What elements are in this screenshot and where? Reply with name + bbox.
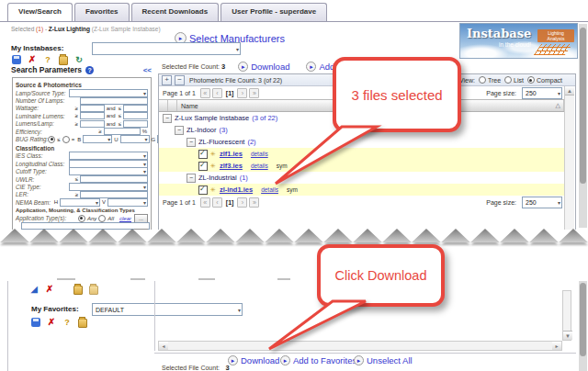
refresh-icon[interactable]: ↻ (74, 55, 84, 64)
chart-icon[interactable]: ◢ (29, 285, 39, 294)
file-link[interactable]: zlf3.ies (220, 162, 243, 170)
save-icon[interactable] (12, 55, 21, 64)
add-to-favorites-link[interactable]: Add to Favorites (280, 355, 356, 365)
help-tag-icon[interactable]: ? (62, 318, 72, 327)
delete-icon[interactable]: ✗ (28, 55, 37, 64)
photometry-icon (210, 163, 216, 170)
scroll-right-icon[interactable]: ▸ (552, 342, 561, 350)
sort-icon[interactable] (556, 102, 560, 109)
file-link[interactable]: zlf1.ies (220, 150, 243, 158)
window-scrollbar-thumb[interactable] (580, 28, 586, 184)
folder-icon[interactable] (78, 319, 87, 328)
last-page-button[interactable]: » (249, 197, 259, 208)
vertical-scrollbar[interactable]: ▼ (562, 290, 571, 341)
nema-h-select[interactable] (60, 198, 100, 207)
folder-open-icon[interactable] (89, 286, 98, 295)
bug-b-select[interactable] (83, 135, 112, 143)
collapse-node-icon[interactable] (175, 126, 184, 135)
lumens-lamp-max-input[interactable] (123, 120, 148, 128)
tree-radio[interactable] (479, 76, 486, 84)
folder-label[interactable]: Z-Lux Sample Instabase (175, 114, 249, 122)
delete-icon[interactable]: ✗ (47, 318, 56, 327)
tree-label: Tree (488, 77, 501, 84)
prev-page-button[interactable]: ‹ (212, 197, 222, 208)
window-scrollbar-thumb[interactable] (580, 283, 586, 356)
app-clear-link[interactable]: clear (119, 216, 131, 221)
next-page-button[interactable]: › (237, 197, 247, 208)
folder-label[interactable]: ZL-Industrial (198, 174, 237, 182)
save-icon[interactable] (31, 318, 40, 327)
breadcrumb-selected-label: Selected (11, 26, 34, 32)
download-link[interactable]: Download (238, 62, 289, 72)
app-all-radio[interactable] (98, 215, 106, 222)
cutoff-type-select[interactable] (69, 167, 148, 175)
help-icon[interactable] (85, 66, 94, 74)
collapse-node-icon[interactable] (187, 174, 196, 183)
folder-icon[interactable] (59, 56, 68, 65)
num-lamps-input[interactable] (80, 97, 148, 105)
folder-icon[interactable] (74, 286, 83, 295)
unselect-all-link[interactable]: Unselect All (354, 355, 413, 365)
row-application-type: Application Type(s): Any All clear ... (16, 214, 148, 221)
scroll-left-icon[interactable]: ◂ (159, 342, 168, 350)
uwlr-input[interactable] (80, 175, 148, 183)
delete-icon[interactable]: ✗ (45, 285, 54, 294)
scroll-up-icon[interactable]: ▲ (565, 86, 574, 96)
scroll-down-icon[interactable]: ▼ (563, 331, 572, 340)
circle-arrow-icon (306, 62, 316, 72)
app-any-radio[interactable] (78, 215, 85, 222)
folder-label[interactable]: ZL-Fluorescent (198, 138, 244, 146)
collapse-node-icon[interactable] (187, 138, 196, 147)
row-bug-rating: BUG Rating: ≤ = B U G (16, 135, 148, 142)
ler-input[interactable] (80, 191, 148, 198)
cie-type-select[interactable] (69, 183, 148, 191)
tab-favorites[interactable]: Favorites (74, 3, 130, 21)
expand-all-button[interactable] (162, 75, 172, 85)
collapse-sidebar-button[interactable]: << (143, 66, 152, 74)
tab-user-profile[interactable]: User Profile - superdave (220, 3, 327, 21)
my-instabases-select[interactable] (92, 42, 241, 55)
wattage-min-input[interactable] (80, 105, 105, 112)
bug-u-select[interactable] (120, 135, 150, 143)
list-radio[interactable] (504, 76, 512, 84)
tab-recent-downloads[interactable]: Recent Downloads (131, 3, 220, 21)
view-option-list[interactable]: List (504, 76, 524, 84)
folder-label[interactable]: ZL-Indoor (187, 126, 217, 134)
file-checkbox-checked[interactable] (198, 150, 208, 159)
bug-eq-radio[interactable] (62, 136, 70, 143)
compact-radio[interactable] (527, 76, 535, 84)
lte-op: ≤ (119, 106, 121, 111)
file-checkbox-checked[interactable] (198, 186, 208, 195)
next-page-button[interactable]: › (237, 88, 247, 98)
wattage-max-input[interactable] (123, 105, 148, 112)
instabase-banner: Instabase in the cloud! Lighting Analyst… (459, 23, 578, 59)
page-size-select[interactable]: 250 (522, 87, 562, 99)
collapse-node-icon[interactable] (163, 114, 172, 123)
bug-lte-radio[interactable] (48, 136, 55, 143)
collapse-all-button[interactable] (175, 75, 185, 85)
first-page-button[interactable]: « (200, 197, 210, 208)
page-size-select[interactable]: 250 (522, 197, 562, 208)
lum-lumens-min-input[interactable] (80, 112, 105, 119)
efficiency-input[interactable] (104, 128, 141, 135)
view-option-tree[interactable]: Tree (479, 76, 501, 84)
my-instabases-label: My Instabases: (11, 44, 63, 52)
view-option-compact[interactable]: Compact (527, 76, 562, 84)
lamp-source-select[interactable] (69, 89, 148, 97)
prev-page-button[interactable]: ‹ (212, 88, 222, 98)
file-checkbox-checked[interactable] (198, 162, 208, 171)
file-link[interactable]: zl-ind1.ies (220, 186, 253, 194)
tab-view-search[interactable]: View/Search (7, 3, 73, 21)
lum-lumens-max-input[interactable] (123, 112, 148, 119)
b-label: B (77, 137, 81, 142)
window-scrollbar[interactable] (579, 24, 587, 228)
nema-v-select[interactable] (107, 198, 148, 207)
lumens-lamp-min-input[interactable] (80, 120, 105, 128)
first-page-button[interactable]: « (200, 88, 210, 98)
download-link[interactable]: Download (228, 355, 279, 365)
vertical-scrollbar[interactable]: ▲ (564, 86, 574, 230)
my-favorites-select[interactable]: DEFAULT (92, 303, 243, 316)
help-tag-icon[interactable]: ? (43, 55, 52, 64)
last-page-button[interactable]: » (249, 88, 259, 98)
window-scrollbar[interactable] (579, 281, 587, 371)
